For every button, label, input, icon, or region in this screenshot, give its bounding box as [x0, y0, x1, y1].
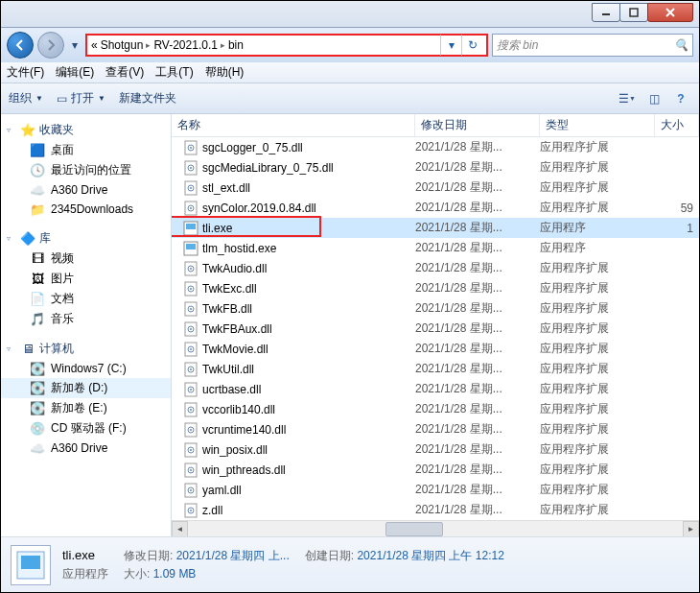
file-row[interactable]: TwkExc.dll2021/1/28 星期...应用程序扩展 — [172, 278, 699, 298]
file-row[interactable]: TwkMovie.dll2021/1/28 星期...应用程序扩展 — [172, 339, 699, 359]
file-name: vcruntime140.dll — [202, 423, 286, 437]
horizontal-scrollbar[interactable]: ◄ ► — [172, 520, 699, 536]
menu-edit[interactable]: 编辑(E) — [56, 64, 94, 81]
close-button[interactable] — [647, 3, 693, 22]
file-name: stl_ext.dll — [202, 181, 250, 195]
column-size[interactable]: 大小 — [655, 114, 699, 136]
column-type[interactable]: 类型 — [540, 114, 655, 136]
file-row[interactable]: win_pthreads.dll2021/1/28 星期...应用程序扩展 — [172, 460, 699, 480]
details-filetype: 应用程序 — [62, 566, 108, 582]
refresh-icon[interactable]: ↻ — [461, 35, 482, 56]
file-name: yaml.dll — [202, 484, 242, 497]
minimize-button[interactable] — [592, 3, 620, 22]
organize-button[interactable]: 组织▼ — [9, 90, 43, 107]
history-dropdown[interactable]: ▾ — [68, 34, 82, 57]
nav-item[interactable]: 📄文档 — [1, 289, 171, 309]
file-date: 2021/1/28 星期... — [415, 260, 540, 276]
details-filename: tli.exe — [62, 548, 108, 564]
details-create-value: 2021/1/28 星期四 上午 12:12 — [357, 549, 503, 562]
nav-item-label: 新加卷 (D:) — [51, 380, 107, 396]
nav-item[interactable]: 🎵音乐 — [1, 309, 171, 329]
file-date: 2021/1/28 星期... — [415, 421, 540, 438]
menu-help[interactable]: 帮助(H) — [205, 64, 245, 81]
forward-button[interactable] — [37, 32, 64, 59]
file-row[interactable]: TwkFBAux.dll2021/1/28 星期...应用程序扩展 — [172, 319, 699, 339]
file-icon — [183, 261, 198, 276]
nav-group-header[interactable]: ▿🖥计算机 — [1, 339, 171, 359]
file-row[interactable]: ucrtbase.dll2021/1/28 星期...应用程序扩展 — [172, 379, 699, 399]
file-icon — [183, 160, 198, 176]
newfolder-button[interactable]: 新建文件夹 — [119, 90, 176, 107]
file-icon — [183, 201, 198, 216]
back-button[interactable] — [7, 32, 34, 59]
file-date: 2021/1/28 星期... — [415, 361, 540, 377]
maximize-button[interactable] — [619, 3, 648, 22]
nav-item[interactable]: 📁2345Downloads — [1, 200, 171, 219]
svg-point-9 — [190, 167, 192, 169]
file-icon — [183, 342, 198, 357]
breadcrumb-item[interactable]: RV-2021.0.1▸ — [153, 38, 225, 52]
file-row[interactable]: TwkUtil.dll2021/1/28 星期...应用程序扩展 — [172, 359, 699, 379]
preview-pane-icon[interactable]: ◫ — [643, 89, 665, 108]
file-icon — [183, 442, 198, 458]
breadcrumb-item[interactable]: Shotgun▸ — [101, 38, 152, 52]
search-input[interactable]: 搜索 bin 🔍 — [492, 34, 693, 57]
group-icon: 🖥 — [20, 342, 35, 357]
file-row[interactable]: sgcMediaLibrary_0_75.dll2021/1/28 星期...应… — [172, 157, 699, 178]
help-icon[interactable]: ? — [670, 89, 691, 108]
nav-item[interactable]: ☁️A360 Drive — [1, 439, 171, 458]
nav-item[interactable]: ☁️A360 Drive — [1, 180, 171, 200]
file-row[interactable]: z.dll2021/1/28 星期...应用程序扩展 — [172, 500, 699, 520]
file-row[interactable]: yaml.dll2021/1/28 星期...应用程序扩展 — [172, 480, 699, 500]
file-row[interactable]: vcruntime140.dll2021/1/28 星期...应用程序扩展 — [172, 419, 699, 439]
navigation-pane[interactable]: ▿⭐收藏夹🟦桌面🕓最近访问的位置☁️A360 Drive📁2345Downloa… — [1, 114, 172, 536]
menu-view[interactable]: 查看(V) — [105, 64, 144, 81]
address-bar[interactable]: « Shotgun▸ RV-2021.0.1▸ bin ▾ ↻ — [85, 34, 488, 57]
column-name[interactable]: 名称 — [172, 114, 415, 136]
nav-item-icon: 🟦 — [30, 143, 45, 158]
file-row[interactable]: tli.exe2021/1/28 星期...应用程序1 — [172, 218, 699, 238]
scroll-thumb[interactable] — [385, 522, 443, 536]
file-row[interactable]: win_posix.dll2021/1/28 星期...应用程序扩展 — [172, 439, 699, 460]
file-icon — [183, 382, 198, 397]
nav-item[interactable]: 🖼图片 — [1, 269, 171, 289]
file-row[interactable]: stl_ext.dll2021/1/28 星期...应用程序扩展 — [172, 178, 699, 198]
menu-file[interactable]: 文件(F) — [7, 64, 44, 81]
svg-line-3 — [666, 9, 674, 16]
file-name: vccorlib140.dll — [202, 403, 275, 416]
nav-item[interactable]: 🟦桌面 — [1, 140, 171, 160]
expand-icon: ▿ — [7, 234, 16, 243]
nav-item[interactable]: 💿CD 驱动器 (F:) — [1, 418, 171, 439]
scroll-right-icon[interactable]: ► — [683, 521, 699, 537]
column-date[interactable]: 修改日期 — [415, 114, 540, 136]
nav-item[interactable]: 💽Windows7 (C:) — [1, 359, 171, 378]
file-list[interactable]: sgcLogger_0_75.dll2021/1/28 星期...应用程序扩展s… — [172, 137, 699, 520]
file-date: 2021/1/28 星期... — [415, 280, 540, 296]
file-date: 2021/1/28 星期... — [415, 341, 540, 357]
address-dropdown-icon[interactable]: ▾ — [440, 35, 461, 56]
nav-item[interactable]: 🎞视频 — [1, 249, 171, 269]
file-type: 应用程序扩展 — [540, 441, 655, 458]
file-row[interactable]: sgcLogger_0_75.dll2021/1/28 星期...应用程序扩展 — [172, 137, 699, 157]
file-row[interactable]: synColor.2019.0.84.dll2021/1/28 星期...应用程… — [172, 198, 699, 218]
view-mode-icon[interactable]: ☰▼ — [617, 89, 638, 108]
open-button[interactable]: ▭打开▼ — [57, 90, 105, 107]
column-headers: 名称 修改日期 类型 大小 — [172, 114, 699, 137]
breadcrumb-prefix: « — [91, 38, 98, 52]
nav-group-header[interactable]: ▿🔷库 — [1, 228, 171, 249]
file-row[interactable]: vccorlib140.dll2021/1/28 星期...应用程序扩展 — [172, 399, 699, 419]
file-row[interactable]: TwkAudio.dll2021/1/28 星期...应用程序扩展 — [172, 258, 699, 278]
file-row[interactable]: TwkFB.dll2021/1/28 星期...应用程序扩展 — [172, 298, 699, 319]
file-name: sgcMediaLibrary_0_75.dll — [202, 161, 334, 175]
nav-item[interactable]: 🕓最近访问的位置 — [1, 160, 171, 180]
menu-tools[interactable]: 工具(T) — [155, 64, 193, 81]
nav-item-label: 最近访问的位置 — [51, 162, 131, 178]
breadcrumb-item[interactable]: bin — [228, 38, 244, 52]
scroll-left-icon[interactable]: ◄ — [172, 521, 188, 537]
group-icon: 🔷 — [20, 231, 35, 247]
file-row[interactable]: tlm_hostid.exe2021/1/28 星期...应用程序 — [172, 238, 699, 258]
file-type: 应用程序扩展 — [540, 320, 655, 337]
nav-group-header[interactable]: ▿⭐收藏夹 — [1, 120, 171, 140]
nav-item[interactable]: 💽新加卷 (D:) — [1, 378, 171, 398]
nav-item[interactable]: 💽新加卷 (E:) — [1, 398, 171, 418]
